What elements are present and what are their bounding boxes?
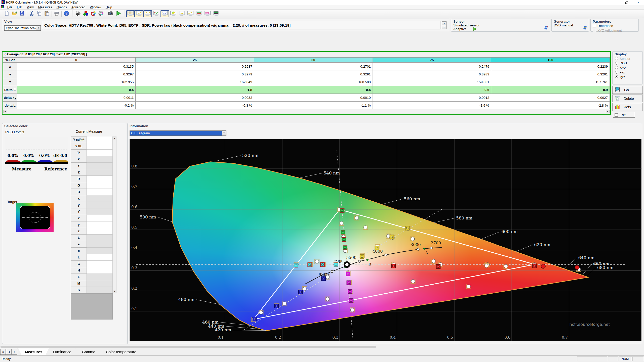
tab-luminance[interactable]: Luminance xyxy=(46,348,78,355)
table-cell[interactable]: 0.0032 xyxy=(136,94,254,102)
tab-nav-close[interactable]: x xyxy=(0,349,6,355)
scroll-left-icon[interactable]: ◄ xyxy=(3,110,7,113)
rgb-levels-view-button[interactable] xyxy=(152,10,160,17)
table-cell[interactable]: -0.2 % xyxy=(17,102,136,109)
measures-grid-view-button[interactable] xyxy=(126,10,135,17)
table-cell[interactable]: 162.849 xyxy=(136,78,254,86)
table-cell[interactable]: 0.4 xyxy=(17,86,136,94)
open-folder-button[interactable] xyxy=(11,10,18,17)
sensor-config-icon[interactable] xyxy=(544,25,548,31)
table-cell[interactable]: 0.3283 xyxy=(373,70,491,78)
table-cell[interactable]: 1.8 xyxy=(136,86,254,94)
table-cell[interactable]: -1.9 % xyxy=(373,102,491,109)
checkbox-box[interactable] xyxy=(593,24,596,27)
table-cell[interactable]: -2.8 % xyxy=(491,102,610,109)
information-view-dropdown[interactable]: CIE Diagram ▼ xyxy=(130,130,226,136)
table-cell[interactable]: 0.2239 xyxy=(491,63,610,70)
reference-checkbox[interactable]: Reference xyxy=(591,23,638,28)
column-header-25[interactable]: 25 xyxy=(136,58,254,63)
view-scale-dropdown[interactable]: Cyan saturation scale ▼ xyxy=(4,25,41,31)
table-cell[interactable]: 0.4 xyxy=(254,86,373,94)
delete-button[interactable]: Delete xyxy=(612,95,643,102)
column-header-0[interactable]: 0 xyxy=(17,58,136,63)
luminance-curve-view-button[interactable] xyxy=(135,10,143,17)
grayscale-measure-button[interactable] xyxy=(74,10,82,17)
go-button[interactable]: Go xyxy=(612,86,643,94)
menu-file[interactable]: File xyxy=(5,5,15,10)
sensor-run-icon[interactable] xyxy=(473,27,477,31)
restore-button[interactable] xyxy=(621,0,632,5)
copy-button[interactable] xyxy=(35,10,43,17)
snapshot-camera-button[interactable] xyxy=(107,10,114,17)
tab-nav-prev[interactable]: ◄ xyxy=(6,349,12,355)
table-cell[interactable]: 0.3261 xyxy=(491,70,610,78)
table-cell[interactable]: 160.500 xyxy=(254,78,373,86)
contrast-rise-view-button[interactable] xyxy=(186,10,195,17)
table-cell[interactable]: 162.955 xyxy=(17,78,136,86)
paste-button[interactable] xyxy=(43,10,51,17)
table-cell[interactable]: 0.0012 xyxy=(373,94,491,102)
table-cell[interactable]: 0.9 xyxy=(491,86,610,94)
menu-measures[interactable]: Measures xyxy=(36,5,54,10)
tab-gamma[interactable]: Gamma xyxy=(75,348,102,355)
saturation-curves-view-button[interactable] xyxy=(203,10,212,17)
table-cell[interactable]: 0.6 xyxy=(373,86,491,94)
table-cell[interactable]: -1.1 % xyxy=(254,102,373,109)
table-horizontal-scrollbar[interactable]: ◄ ► xyxy=(3,110,610,113)
column-header-75[interactable]: 75 xyxy=(373,58,491,63)
edit-checkbox[interactable]: Edit xyxy=(613,112,635,118)
run-measures-button[interactable] xyxy=(114,10,122,17)
spin-up-icon[interactable]: ▲ xyxy=(442,21,447,25)
luminance-flat-view-button[interactable] xyxy=(178,10,186,17)
table-cell[interactable]: 0.3297 xyxy=(17,70,136,78)
table-cell[interactable]: 0.2937 xyxy=(136,63,254,70)
table-cell[interactable]: 0.0011 xyxy=(17,94,136,102)
nearblack-curve-view-button[interactable] xyxy=(160,10,169,17)
secondaries-measure-button[interactable] xyxy=(90,10,97,17)
column-header-50[interactable]: 50 xyxy=(254,58,373,63)
table-cell[interactable]: 0.3135 xyxy=(17,63,136,70)
cut-button[interactable] xyxy=(28,10,35,17)
measure-table-scrollbar[interactable]: ▲ ▼ xyxy=(113,137,116,293)
main-horizontal-scrollbar[interactable] xyxy=(0,345,644,348)
table-cell[interactable]: 0.0010 xyxy=(254,94,373,102)
menu-window[interactable]: Window xyxy=(88,5,103,10)
new-document-button[interactable] xyxy=(3,10,11,17)
save-button[interactable] xyxy=(18,10,26,17)
generator-config-icon[interactable] xyxy=(583,25,587,31)
close-button[interactable]: ✕ xyxy=(632,0,644,5)
menu-edit[interactable]: Edit xyxy=(15,5,25,10)
cie-diagram-chart[interactable]: 93005500400030002700ABC520 nm540 nm560 n… xyxy=(130,139,641,341)
column-header-100[interactable]: 100 xyxy=(491,58,610,63)
table-cell[interactable]: 0.3291 xyxy=(254,70,373,78)
continuous-measure-button[interactable] xyxy=(97,10,105,17)
table-cell[interactable]: 0.0027 xyxy=(491,94,610,102)
tab-nav-next[interactable]: ► xyxy=(12,349,17,355)
refs-button[interactable]: Refs xyxy=(612,103,643,111)
scrollbar-thumb[interactable] xyxy=(1,346,376,348)
info-spinner[interactable]: ▲▼ xyxy=(442,21,447,29)
table-cell[interactable]: 159.831 xyxy=(373,78,491,86)
minimize-button[interactable]: — xyxy=(609,0,621,5)
display-radio-RGB[interactable]: RGB xyxy=(613,61,642,65)
menu-advanced[interactable]: Advanced xyxy=(69,5,88,10)
primaries-measure-button[interactable] xyxy=(82,10,90,17)
spectrum-view-button[interactable] xyxy=(212,10,220,17)
cie-diagram-view-button[interactable] xyxy=(169,10,178,17)
tab-measures[interactable]: Measures xyxy=(18,348,49,355)
menu-help[interactable]: Help xyxy=(103,5,114,10)
scroll-up-icon[interactable]: ▲ xyxy=(113,137,116,140)
table-cell[interactable]: 0.2479 xyxy=(373,63,491,70)
tab-color-temperature[interactable]: Color temperature xyxy=(99,348,143,355)
spin-down-icon[interactable]: ▼ xyxy=(442,25,447,29)
table-cell[interactable]: -0.3 % xyxy=(136,102,254,109)
table-cell[interactable]: 0.2701 xyxy=(254,63,373,70)
display-radio-xyY[interactable]: xyY xyxy=(613,74,642,79)
print-button[interactable] xyxy=(53,10,60,17)
menu-graphs[interactable]: Graphs xyxy=(54,5,69,10)
color-bars-view-button[interactable] xyxy=(195,10,203,17)
table-cell[interactable]: 0.3279 xyxy=(136,70,254,78)
table-cell[interactable]: 157.761 xyxy=(491,78,610,86)
display-radio-XYZ[interactable]: XYZ xyxy=(613,65,642,70)
gamma-wave-view-button[interactable] xyxy=(143,10,152,17)
